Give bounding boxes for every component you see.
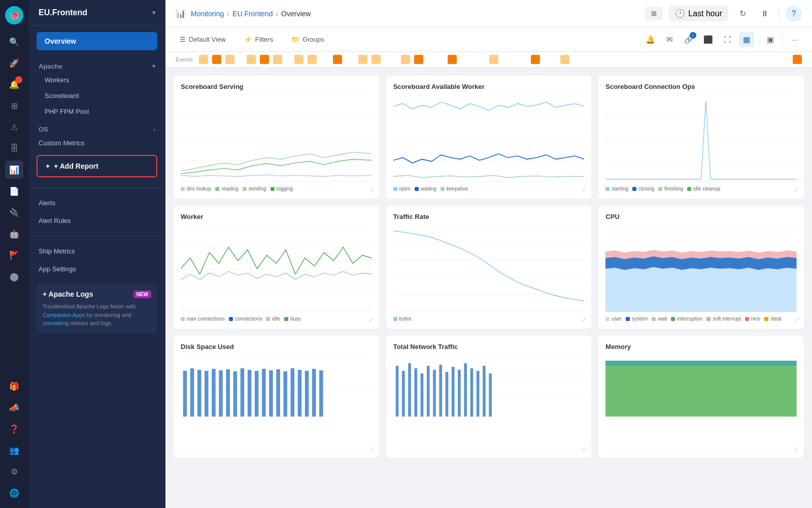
- sidebar-header[interactable]: EU.Frontend ▾: [28, 0, 165, 26]
- expand-icon[interactable]: ⤢: [369, 316, 374, 324]
- apps-grid-button[interactable]: ⊞: [645, 7, 663, 20]
- expand-icon[interactable]: ⤢: [581, 316, 586, 324]
- expand-icon[interactable]: ⤢: [794, 446, 799, 453]
- event-dot[interactable]: [358, 55, 367, 64]
- event-dot[interactable]: [273, 55, 282, 64]
- sidebar-section-os[interactable]: OS ›: [28, 119, 165, 135]
- sidebar-item-alert-rules[interactable]: Alert Rules: [28, 212, 165, 230]
- apache-logs-button[interactable]: + Apache Logs NEW: [43, 290, 151, 298]
- globe-icon[interactable]: 🌐: [5, 484, 23, 502]
- legend-item: busy: [284, 316, 301, 322]
- svg-marker-33: [605, 267, 797, 312]
- event-dot[interactable]: [225, 55, 234, 64]
- event-dot[interactable]: [414, 55, 423, 64]
- notifications-icon[interactable]: 🔔: [642, 32, 658, 47]
- expand-icon[interactable]: ⤢: [581, 446, 586, 453]
- default-view-button[interactable]: ☰ Default View: [176, 34, 230, 45]
- expand-icon[interactable]: ⤢: [369, 446, 374, 453]
- events-label: Events: [176, 56, 193, 62]
- event-dot[interactable]: [212, 55, 221, 64]
- more-options-icon[interactable]: ···: [787, 32, 802, 47]
- event-dot[interactable]: [308, 55, 317, 64]
- robot-icon[interactable]: 🤖: [5, 225, 23, 243]
- document-icon[interactable]: 📄: [5, 182, 23, 200]
- expand-icon[interactable]: ⤢: [369, 186, 374, 194]
- event-dot[interactable]: [333, 55, 342, 64]
- svg-rect-73: [470, 368, 473, 417]
- sidebar-item-custom-metrics[interactable]: Custom Metrics: [28, 135, 165, 151]
- breadcrumb-eu-frontend[interactable]: EU.Frontend: [232, 10, 273, 18]
- sidebar-item-scoreboard[interactable]: Scoreboard: [28, 88, 165, 104]
- gear-icon[interactable]: ⚙: [5, 462, 23, 481]
- svg-rect-51: [276, 369, 280, 417]
- event-dot[interactable]: [247, 55, 256, 64]
- event-dot[interactable]: [371, 55, 381, 64]
- chart-icon[interactable]: 📊: [5, 161, 23, 179]
- plugin-icon[interactable]: 🔌: [5, 203, 23, 221]
- filters-button[interactable]: ⚡ Filters: [240, 34, 277, 45]
- sidebar-item-ship-metrics[interactable]: Ship Metrics: [28, 242, 165, 260]
- legend-item: soft interrupt: [706, 316, 741, 322]
- chevron-down-icon: ▾: [152, 9, 155, 16]
- event-dot[interactable]: [448, 55, 457, 64]
- database-icon[interactable]: 🗄: [5, 139, 23, 157]
- event-dot[interactable]: [531, 55, 540, 64]
- sidebar-item-app-settings[interactable]: App Settings: [28, 260, 165, 278]
- add-report-button[interactable]: + + Add Report: [37, 155, 157, 177]
- sidebar-item-php-fpm-pool[interactable]: PHP FPM Pool: [28, 104, 165, 119]
- warning-icon[interactable]: ⚠: [5, 118, 23, 136]
- svg-marker-77: [605, 366, 797, 417]
- chart-svg: [605, 356, 797, 417]
- event-dot[interactable]: [401, 55, 410, 64]
- sidebar-item-alerts[interactable]: Alerts: [28, 194, 165, 212]
- pause-button[interactable]: ⏸: [757, 6, 773, 22]
- breadcrumb-monitoring[interactable]: Monitoring: [191, 10, 224, 18]
- monitor-icon[interactable]: ⬛: [700, 32, 716, 47]
- fullscreen-icon[interactable]: ⛶: [720, 32, 735, 47]
- companion-apps-link[interactable]: Companion Apps: [43, 312, 85, 318]
- sidebar-section-apache[interactable]: Apache ▾: [28, 56, 165, 72]
- legend-item: sending: [243, 186, 266, 192]
- alert-bell-icon[interactable]: 🔔: [5, 75, 23, 93]
- circle-icon[interactable]: ⬤: [5, 267, 23, 285]
- event-dot[interactable]: [793, 55, 802, 64]
- app-logo[interactable]: 🐙: [5, 6, 23, 24]
- event-dot[interactable]: [260, 55, 269, 64]
- expand-icon[interactable]: ⤢: [794, 186, 799, 194]
- event-dot[interactable]: [560, 55, 569, 64]
- correlating-link[interactable]: correlating: [43, 320, 69, 326]
- chart-title: CPU: [605, 213, 797, 220]
- sidebar-item-workers[interactable]: Workers: [28, 72, 165, 88]
- grid-icon[interactable]: ⊞: [5, 97, 23, 115]
- svg-rect-42: [212, 369, 216, 417]
- event-dot[interactable]: [489, 55, 498, 64]
- chart-card-traffic-rate: Traffic Rate: [386, 206, 592, 329]
- rocket-icon[interactable]: 🚀: [5, 54, 23, 72]
- legend-item: keepalive: [441, 186, 468, 192]
- megaphone-icon[interactable]: 📣: [5, 398, 23, 417]
- event-dot[interactable]: [294, 55, 303, 64]
- main-content: 📊 Monitoring › EU.Frontend › Overview ⊞ …: [165, 0, 812, 508]
- mail-icon[interactable]: ✉: [662, 32, 677, 47]
- last-hour-button[interactable]: 🕐 Last hour: [669, 6, 728, 21]
- expand-icon[interactable]: ⤢: [581, 186, 586, 194]
- help-button[interactable]: ?: [786, 6, 802, 22]
- refresh-button[interactable]: ↻: [734, 6, 751, 22]
- question-icon[interactable]: ❓: [5, 420, 23, 438]
- chart-legend: user system wait interruption: [605, 316, 797, 322]
- event-dot[interactable]: [199, 55, 208, 64]
- groups-button[interactable]: 📁 Groups: [287, 34, 328, 45]
- chart-legend: starting closing finishing idle cleanup: [605, 186, 797, 192]
- sidebar-item-overview[interactable]: Overview: [37, 32, 157, 50]
- link-icon[interactable]: 🔗 1: [681, 32, 696, 47]
- flag-icon[interactable]: 🚩: [5, 246, 23, 264]
- chart-legend: max connections connections idle busy: [181, 316, 372, 322]
- chart-card-worker: Worker: [174, 206, 379, 329]
- expand-icon[interactable]: ⤢: [794, 316, 799, 324]
- users-icon[interactable]: 👥: [5, 441, 23, 459]
- search-icon[interactable]: 🔍: [5, 33, 23, 51]
- grid-view-icon[interactable]: ▦: [739, 32, 754, 47]
- gift-icon[interactable]: 🎁: [5, 377, 23, 395]
- split-view-icon[interactable]: ▣: [763, 32, 778, 47]
- svg-rect-69: [445, 372, 448, 417]
